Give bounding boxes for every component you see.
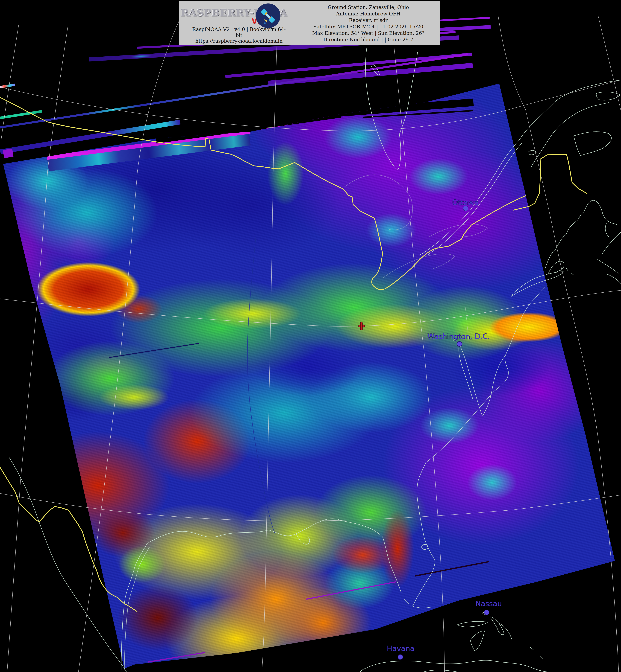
border-mexico	[0, 467, 137, 612]
city-label-havana: Havana	[387, 644, 415, 653]
pass-info-header: RASPBERRY-NOAA V2 RaspiNOAA V2 | v4.0 | …	[179, 1, 440, 45]
border-maine	[513, 154, 587, 210]
satellite-pass-image: Ottawa Washington, D.C. Nassau Havana RA…	[0, 0, 621, 672]
satellite-line: Satellite: METEOR-M2 4 | 11-02-2026 15:2…	[299, 24, 438, 30]
graticule	[0, 16, 621, 672]
receiver-line: Receiver: rtlsdr	[299, 17, 438, 24]
border-canada	[0, 97, 526, 289]
mississippi-river	[247, 237, 275, 533]
city-dot-washington	[457, 342, 462, 347]
software-version-line2: bit	[179, 32, 299, 38]
city-label-ottawa: Ottawa	[452, 198, 479, 207]
map-overlay: Ottawa Washington, D.C. Nassau Havana	[0, 0, 621, 672]
city-dot-nassau	[484, 610, 489, 615]
station-url: https://raspberry-noaa.localdomain	[179, 38, 299, 44]
city-markers: Ottawa Washington, D.C. Nassau Havana	[387, 198, 502, 660]
satellite-logo-icon	[255, 3, 281, 28]
antenna-line: Antenna: Homebrew QFH	[299, 10, 438, 17]
coastlines	[9, 41, 621, 672]
city-dot-havana	[398, 655, 403, 660]
software-version-line: RaspiNOAA V2 | v4.0 | Bookworm 64-	[179, 27, 299, 32]
country-borders	[0, 97, 587, 612]
direction-gain-line: Direction: Northbound | | Gain: 29.7	[299, 36, 438, 43]
ground-station-cross	[359, 322, 365, 330]
ground-station-line: Ground Station: Zanesville, Ohio	[299, 4, 438, 10]
elevation-line: Max Elevation: 54° West | Sun Elevation:…	[299, 30, 438, 36]
station-software-info: RaspiNOAA V2 | v4.0 | Bookworm 64- bit h…	[179, 27, 299, 44]
pass-details: Ground Station: Zanesville, Ohio Antenna…	[299, 4, 438, 43]
city-label-nassau: Nassau	[475, 599, 502, 608]
city-label-washington: Washington, D.C.	[427, 332, 490, 341]
